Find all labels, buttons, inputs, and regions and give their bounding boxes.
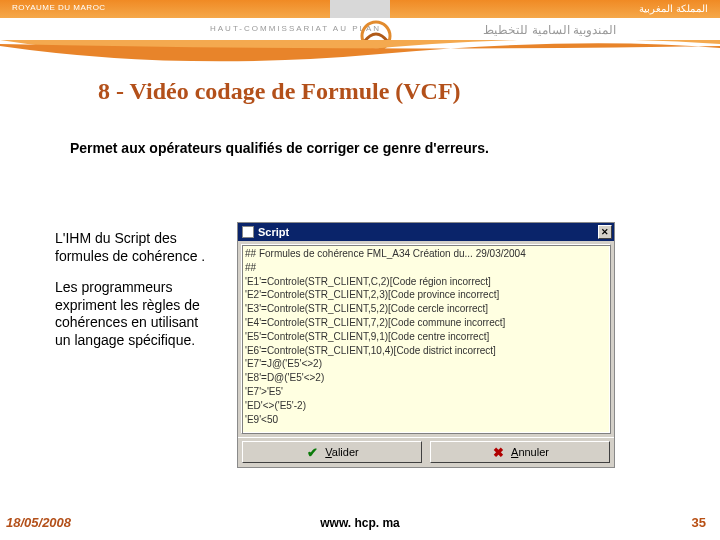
window-title: Script <box>258 226 289 238</box>
validate-label: Valider <box>325 446 358 458</box>
slide-title: 8 - Vidéo codage de Formule (VCF) <box>98 78 461 105</box>
cancel-button[interactable]: ✖ Annuler <box>430 441 610 463</box>
header-top-strip: ROYAUME DU MAROC المملكة المغربية <box>0 0 720 18</box>
org-fr: HAUT-COMMISSARIAT AU PLAN <box>210 24 381 33</box>
country-fr: ROYAUME DU MAROC <box>12 3 106 12</box>
country-ar: المملكة المغربية <box>639 3 708 14</box>
window-icon <box>242 226 254 238</box>
slide-header: ROYAUME DU MAROC المملكة المغربية HAUT-C… <box>0 0 720 62</box>
footer-url: www. hcp. ma <box>320 516 400 530</box>
intro-text: Permet aux opérateurs qualifiés de corri… <box>70 140 510 158</box>
close-icon: ✕ <box>601 228 609 237</box>
script-window: Script ✕ ## Formules de cohérence FML_A3… <box>237 222 615 468</box>
left-column: L'IHM du Script des formules de cohérenc… <box>55 230 217 349</box>
check-icon: ✔ <box>305 445 319 459</box>
footer-date: 18/05/2008 <box>6 515 71 530</box>
window-button-row: ✔ Valider ✖ Annuler <box>238 437 614 467</box>
close-button[interactable]: ✕ <box>598 225 612 239</box>
x-icon: ✖ <box>491 445 505 459</box>
header-swoosh <box>0 40 720 70</box>
validate-button[interactable]: ✔ Valider <box>242 441 422 463</box>
footer-page-number: 35 <box>692 515 706 530</box>
window-titlebar: Script ✕ <box>238 223 614 241</box>
script-editor[interactable]: ## Formules de cohérence FML_A34 Créatio… <box>241 244 611 434</box>
left-para-2: Les programmeurs expriment les règles de… <box>55 279 217 349</box>
left-para-1: L'IHM du Script des formules de cohérenc… <box>55 230 217 265</box>
cancel-label: Annuler <box>511 446 549 458</box>
org-ar: المندوبية السامية للتخطيط <box>483 23 616 37</box>
